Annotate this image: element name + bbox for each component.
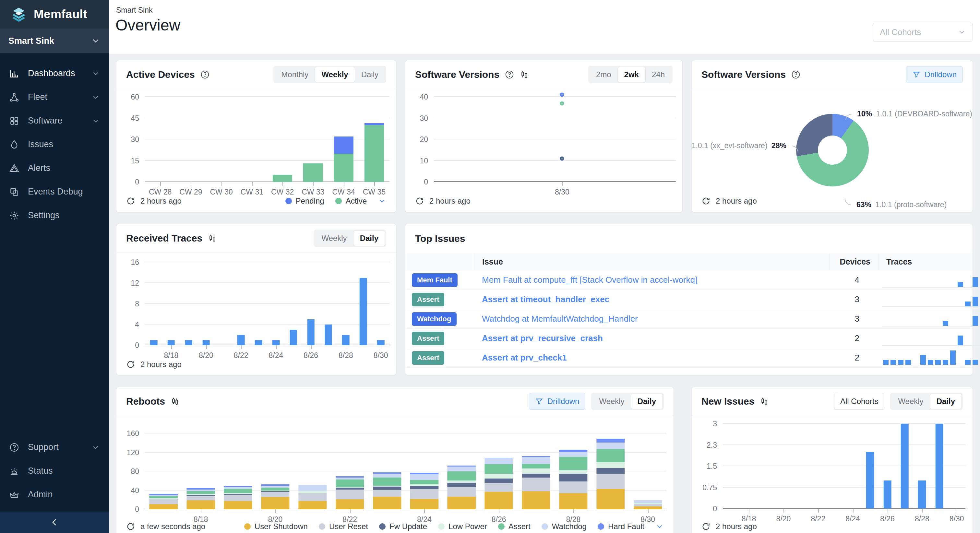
y-axis-label: 1.5 — [706, 462, 717, 471]
y-axis-label: 60 — [131, 93, 139, 102]
sidebar-collapse-button[interactable] — [0, 512, 109, 533]
bar-slot-8/24: 8/24 — [267, 262, 285, 345]
drilldown-button[interactable]: Drilldown — [529, 393, 585, 410]
help-icon[interactable] — [791, 70, 801, 80]
toggle-option-daily[interactable]: Daily — [930, 394, 961, 409]
network-icon — [9, 92, 19, 102]
spark-slot — [972, 312, 979, 326]
segment-fw-update — [559, 474, 587, 481]
refresh-icon[interactable] — [126, 360, 135, 369]
candlestick-chart-icon[interactable] — [170, 396, 180, 406]
spark-slot — [897, 312, 904, 326]
sidebar-item-dashboards[interactable]: Dashboards — [0, 62, 109, 85]
toggle-option-daily[interactable]: Daily — [355, 67, 385, 82]
toggle-option-24h[interactable]: 24h — [645, 67, 671, 82]
spark-slot — [882, 331, 889, 345]
bar-8/28 — [342, 262, 350, 345]
toggle-option-2mo[interactable]: 2mo — [590, 67, 618, 82]
sidebar-item-software[interactable]: Software — [0, 109, 109, 133]
badge-cell: Assert — [406, 351, 474, 365]
x-axis-label: 8/22 — [234, 351, 248, 360]
refresh-icon[interactable] — [702, 522, 711, 531]
y-axis-label: 30 — [131, 135, 139, 144]
spark-slot — [912, 350, 920, 365]
segment-new-issues — [866, 452, 874, 509]
segment-hard-fault — [559, 450, 587, 452]
bar-slot-8/23 — [827, 424, 844, 509]
legend-label: User Shutdown — [255, 522, 308, 531]
sidebar-item-events-debug[interactable]: Events Debug — [0, 180, 109, 204]
y-axis-label: 10 — [420, 156, 428, 165]
drilldown-button[interactable]: Drilldown — [906, 66, 963, 83]
toggle-option-weekly[interactable]: Weekly — [891, 394, 930, 409]
candlestick-chart-icon[interactable] — [759, 396, 769, 406]
sidebar-item-label: Fleet — [28, 92, 47, 102]
bar-8/20 — [202, 262, 210, 345]
issue-link[interactable]: Mem Fault at compute_fft [Stack Overflow… — [474, 275, 829, 285]
sidebar-item-fleet[interactable]: Fleet — [0, 85, 109, 109]
spark-slot — [949, 273, 957, 287]
toggle-option-monthly[interactable]: Monthly — [275, 67, 315, 82]
refresh-icon[interactable] — [415, 196, 424, 205]
new-issues-cohort-button[interactable]: All Cohorts — [834, 393, 885, 410]
spark-slot — [942, 312, 949, 326]
issue-link[interactable]: Assert at prv_recursive_crash — [474, 333, 829, 343]
bars-layer: CW 28CW 29CW 30CW 31CW 32CW 33CW 34CW 35 — [145, 97, 390, 182]
spark-slot — [964, 273, 972, 287]
table-row: WatchdogWatchdog at MemfaultWatchdog_Han… — [406, 309, 972, 329]
active-devices-range-toggle: MonthlyWeeklyDaily — [274, 66, 386, 83]
bar-slot-8/27 — [896, 424, 913, 509]
traces-sparkline-cell — [878, 331, 980, 346]
all-cohorts-select[interactable]: All Cohorts — [873, 23, 973, 41]
sidebar-item-label: Support — [28, 442, 59, 452]
candlestick-chart-icon[interactable] — [520, 70, 529, 80]
y-axis-label: 20 — [420, 135, 428, 144]
segment-user-shutdown — [224, 501, 252, 509]
help-icon[interactable] — [200, 70, 210, 80]
sidebar-item-admin[interactable]: Admin — [0, 483, 109, 506]
y-axis-label: 15 — [131, 156, 139, 165]
refresh-icon[interactable] — [126, 196, 135, 205]
sidebar-item-label: Dashboards — [28, 68, 75, 78]
issue-link[interactable]: Assert at prv_check1 — [474, 353, 829, 363]
x-tick — [346, 345, 346, 349]
segment-watchdog — [447, 466, 476, 471]
reboots-card: Reboots Drilldown WeeklyDaily 0408012016… — [116, 387, 674, 533]
toggle-option-daily[interactable]: Daily — [631, 394, 662, 409]
toggle-option-2wk[interactable]: 2wk — [618, 67, 645, 82]
candlestick-chart-icon[interactable] — [208, 234, 217, 243]
segment-hard-fault — [597, 439, 625, 442]
segment-user-shutdown — [410, 499, 438, 509]
bar-8/26 — [485, 433, 513, 509]
bar-slot-8/27 — [320, 262, 337, 345]
sidebar-item-issues[interactable]: Issues — [0, 133, 109, 156]
sidebar-item-alerts[interactable]: Alerts — [0, 156, 109, 180]
y-axis-label: 80 — [131, 467, 139, 476]
legend-expand-icon[interactable] — [655, 522, 664, 531]
sidebar-item-settings[interactable]: Settings — [0, 204, 109, 227]
toggle-option-weekly[interactable]: Weekly — [592, 394, 631, 409]
spark-slot — [934, 292, 942, 306]
spark-slot — [904, 350, 912, 365]
bar-8/25 — [447, 433, 476, 509]
top-issues-table-header: Issue Devices Traces — [406, 253, 972, 270]
refresh-icon[interactable] — [126, 522, 135, 531]
toggle-option-daily[interactable]: Daily — [353, 231, 385, 246]
bar-slot-8/26: 8/26 — [480, 433, 517, 509]
x-tick — [562, 182, 563, 186]
card-title: Received Traces — [126, 233, 202, 244]
toggle-option-weekly[interactable]: Weekly — [315, 67, 355, 82]
issue-link[interactable]: Watchdog at MemfaultWatchdog_Handler — [474, 314, 829, 324]
y-axis-label: 3 — [713, 420, 717, 428]
help-icon[interactable] — [504, 70, 514, 80]
project-selector[interactable]: Smart Sink — [0, 29, 109, 53]
bar-CW 28 — [151, 97, 170, 182]
toggle-option-weekly[interactable]: Weekly — [315, 231, 353, 246]
sidebar-item-status[interactable]: Status — [0, 459, 109, 483]
app-logo[interactable]: Memfault — [0, 0, 109, 29]
refresh-icon[interactable] — [702, 196, 711, 205]
legend-expand-icon[interactable] — [378, 197, 386, 205]
issue-link[interactable]: Assert at timeout_handler_exec — [474, 294, 829, 304]
sidebar-item-support[interactable]: Support — [0, 435, 109, 459]
legend-item-active: Active — [335, 196, 367, 205]
